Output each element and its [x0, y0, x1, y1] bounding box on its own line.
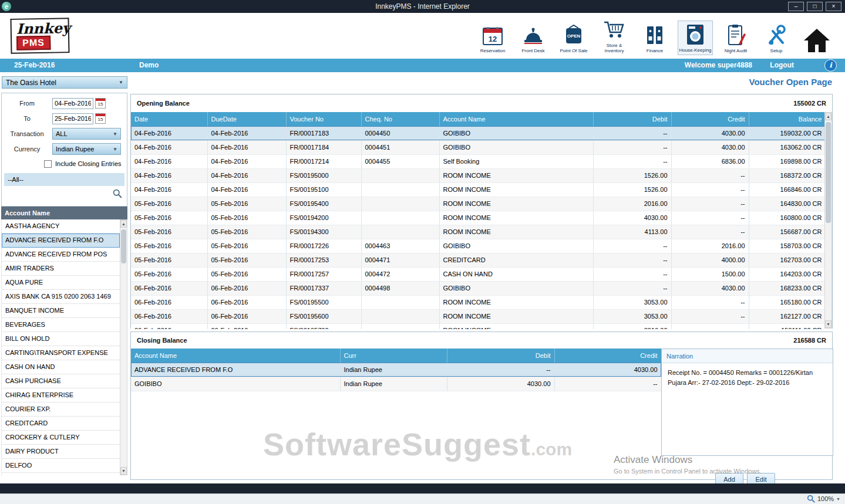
scroll-up-icon[interactable]: ▲: [825, 113, 831, 120]
table-cell: 05-Feb-2016: [131, 253, 207, 267]
column-header[interactable]: Curr: [340, 349, 447, 363]
account-list-item[interactable]: AMIR TRADERS: [2, 262, 120, 276]
account-list-item[interactable]: CHIRAG ENTERPRISE: [2, 388, 120, 402]
opening-table-row[interactable]: 05-Feb-201605-Feb-2016FS/00194300ROOM IN…: [131, 225, 826, 239]
account-list-scrollbar[interactable]: ▲ ▼: [120, 219, 127, 475]
table-cell: 4030.00: [447, 377, 554, 391]
opening-table-scrollbar[interactable]: ▲ ▼: [824, 112, 832, 329]
closing-table-row[interactable]: ADVANCE RECEIVED FROM F.OIndian Rupee--4…: [131, 363, 661, 377]
closing-table-row[interactable]: GOIBIBOIndian Rupee4030.00--: [131, 377, 661, 391]
module-house-keeping[interactable]: House-Keeping: [678, 21, 713, 55]
app-header: Innkey PMS 12 Reservation Front Desk OPE…: [0, 13, 845, 59]
column-header[interactable]: Voucher No: [286, 112, 361, 126]
scroll-down-icon[interactable]: ▼: [825, 320, 831, 328]
close-button[interactable]: ×: [826, 2, 841, 11]
maximize-button[interactable]: □: [807, 2, 823, 11]
top-navbar: 25-Feb-2016 Demo Welcome super4888 Logou…: [0, 59, 845, 72]
account-list-item[interactable]: DAIRY PRODUCT: [2, 445, 120, 459]
account-list-item[interactable]: BANQUET INCOME: [2, 304, 120, 318]
column-header[interactable]: Cheq. No: [361, 112, 439, 126]
currency-select[interactable]: Indian Rupee ▼: [52, 143, 121, 155]
table-cell: --: [671, 225, 749, 239]
minimize-button[interactable]: –: [788, 2, 804, 11]
opening-table-row[interactable]: 06-Feb-201606-Feb-2016FS/00195700ROOM IN…: [131, 323, 826, 329]
closing-table: Account NameCurrDebitCredit ADVANCE RECE…: [131, 349, 662, 391]
scrollbar-thumb[interactable]: [121, 229, 126, 263]
column-header[interactable]: Credit: [671, 112, 749, 126]
currency-label: Currency: [2, 146, 52, 153]
opening-table-row[interactable]: 04-Feb-201604-Feb-2016FS/00195100ROOM IN…: [131, 182, 826, 197]
column-header[interactable]: Date: [131, 112, 207, 126]
scroll-up-icon[interactable]: ▲: [120, 220, 127, 228]
account-list-item[interactable]: AASTHA AGENCY: [2, 219, 120, 234]
account-list-item[interactable]: CREDITCARD: [2, 417, 120, 431]
table-cell: [361, 295, 439, 309]
column-header[interactable]: Debit: [593, 112, 671, 126]
opening-table-row[interactable]: 06-Feb-201606-Feb-2016FS/00195600ROOM IN…: [131, 309, 826, 323]
column-header[interactable]: Credit: [554, 349, 661, 363]
account-list-item[interactable]: CROCKERY & CUTLERY: [2, 431, 120, 445]
opening-table-row[interactable]: 06-Feb-201606-Feb-2016FR/000173370004498…: [131, 281, 826, 295]
all-filter-field[interactable]: --All--: [4, 173, 124, 186]
opening-table-row[interactable]: 05-Feb-201605-Feb-2016FR/000172260004463…: [131, 239, 826, 253]
account-list-item[interactable]: CASH ON HAND: [2, 360, 120, 374]
module-reservation[interactable]: 12 Reservation: [475, 22, 510, 55]
to-calendar-icon[interactable]: 15: [95, 113, 106, 124]
table-cell: FR/00017214: [286, 154, 361, 168]
table-cell: 164830.00 CR: [749, 197, 826, 211]
table-cell: 159032.00 CR: [749, 126, 826, 140]
account-list-item[interactable]: BILL ON HOLD: [2, 332, 120, 346]
module-home[interactable]: [799, 26, 834, 55]
account-list-item[interactable]: BEVERAGES: [2, 318, 120, 332]
from-calendar-icon[interactable]: 15: [95, 98, 106, 109]
info-icon[interactable]: i: [824, 59, 837, 72]
account-list-item[interactable]: CARTING\TRANSPORT EXPENSE: [2, 346, 120, 360]
transaction-select[interactable]: ALL ▼: [52, 128, 121, 140]
scrollbar-thumb[interactable]: [826, 122, 831, 223]
module-setup[interactable]: Setup: [759, 22, 794, 55]
account-list-item[interactable]: ADVANCE RECEIVED FROM POS: [2, 248, 120, 262]
table-cell: 05-Feb-2016: [131, 211, 207, 225]
opening-table-row[interactable]: 05-Feb-201605-Feb-2016FS/00194200ROOM IN…: [131, 211, 826, 225]
column-header[interactable]: Balance: [749, 112, 826, 126]
account-list-item[interactable]: COURIER EXP.: [2, 402, 120, 417]
opening-table-row[interactable]: 04-Feb-201604-Feb-2016FR/000171830004450…: [131, 126, 826, 140]
opening-table-row[interactable]: 05-Feb-201605-Feb-2016FR/000172530004471…: [131, 253, 826, 267]
include-closing-checkbox[interactable]: [44, 160, 52, 168]
module-store-inventory[interactable]: Store & Inventory: [597, 16, 632, 55]
table-cell: GOIBIBO: [439, 140, 593, 154]
logout-link[interactable]: Logout: [770, 59, 794, 72]
table-cell: 04-Feb-2016: [131, 140, 207, 154]
table-cell: 05-Feb-2016: [207, 239, 286, 253]
scroll-down-icon[interactable]: ▼: [120, 467, 127, 475]
column-header[interactable]: Account Name: [439, 112, 593, 126]
closing-balance-amount: 216588 CR: [793, 337, 826, 344]
opening-table-row[interactable]: 05-Feb-201605-Feb-2016FS/00195400ROOM IN…: [131, 197, 826, 211]
column-header[interactable]: Account Name: [131, 349, 340, 363]
table-cell: FS/00195700: [286, 323, 361, 329]
account-list-item[interactable]: AXIS BANK CA 915 0200 2063 1469: [2, 290, 120, 304]
account-list-item[interactable]: ADVANCE RECEIVED FROM F.O: [2, 234, 120, 248]
front-desk-bell-icon: [521, 23, 545, 47]
opening-table-row[interactable]: 06-Feb-201606-Feb-2016FS/00195500ROOM IN…: [131, 295, 826, 309]
search-icon[interactable]: [112, 188, 122, 198]
module-point-of-sale[interactable]: OPEN Point Of Sale: [556, 22, 591, 55]
account-list-item[interactable]: DELFOO: [2, 459, 120, 473]
column-header[interactable]: DueDate: [207, 112, 286, 126]
account-list-item[interactable]: CASH PURCHASE: [2, 374, 120, 388]
zoom-control[interactable]: 100% ▼: [807, 495, 840, 503]
module-finance[interactable]: Finance: [637, 22, 672, 55]
table-cell: FR/00017257: [286, 267, 361, 281]
module-front-desk[interactable]: Front Desk: [516, 22, 551, 55]
opening-table-row[interactable]: 04-Feb-201604-Feb-2016FS/00195000ROOM IN…: [131, 168, 826, 182]
opening-table-row[interactable]: 04-Feb-201604-Feb-2016FR/000171840004451…: [131, 140, 826, 154]
hotel-selector[interactable]: The Oasis Hotel ▼: [2, 76, 127, 89]
table-cell: --: [671, 168, 749, 182]
from-date-input[interactable]: [52, 98, 93, 109]
module-night-audit[interactable]: Night Audit: [718, 22, 753, 55]
column-header[interactable]: Debit: [447, 349, 554, 363]
to-date-input[interactable]: [52, 113, 93, 124]
account-list-item[interactable]: AQUA PURE: [2, 276, 120, 290]
opening-table-row[interactable]: 04-Feb-201604-Feb-2016FR/000172140004455…: [131, 154, 826, 168]
opening-table-row[interactable]: 05-Feb-201605-Feb-2016FR/000172570004472…: [131, 267, 826, 281]
